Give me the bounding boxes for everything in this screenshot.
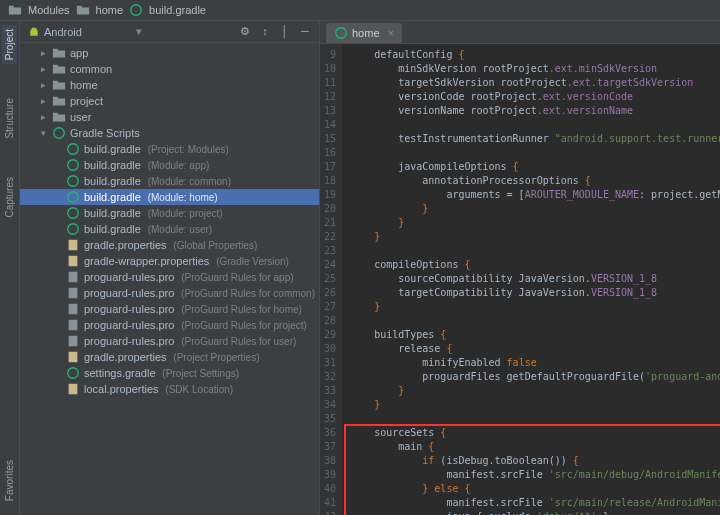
code-line-21[interactable]: } (350, 216, 720, 230)
code-line-17[interactable]: javaCompileOptions { (350, 160, 720, 174)
svg-rect-12 (69, 304, 78, 315)
code-line-38[interactable]: if (isDebug.toBoolean()) { (350, 454, 720, 468)
svg-point-3 (68, 160, 79, 171)
code-line-13[interactable]: versionName rootProject.ext.versionName (350, 104, 720, 118)
code-line-16[interactable] (350, 146, 720, 160)
tree-module-common[interactable]: ▸common (20, 61, 319, 77)
breadcrumb: Modules home build.gradle (0, 0, 720, 21)
project-view-selector[interactable]: Android ▾ (28, 25, 239, 38)
close-icon[interactable]: × (388, 27, 394, 39)
tree-gradle-item-8[interactable]: proguard-rules.pro (ProGuard Rules for a… (20, 269, 319, 285)
bc-home[interactable]: home (96, 4, 124, 16)
prop-icon (66, 254, 80, 268)
file-icon (66, 318, 80, 332)
folder-icon (76, 3, 90, 17)
code-line-39[interactable]: manifest.srcFile 'src/main/debug/Android… (350, 468, 720, 482)
code-line-24[interactable]: compileOptions { (350, 258, 720, 272)
code-line-20[interactable]: } (350, 202, 720, 216)
code-line-37[interactable]: main { (350, 440, 720, 454)
folder-icon (52, 78, 66, 92)
tree-gradle-item-10[interactable]: proguard-rules.pro (ProGuard Rules for h… (20, 301, 319, 317)
code-area[interactable]: defaultConfig { minSdkVersion rootProjec… (342, 44, 720, 515)
folder-icon (52, 94, 66, 108)
tree-gradle-scripts[interactable]: ▾Gradle Scripts (20, 125, 319, 141)
tab-captures[interactable]: Captures (2, 173, 17, 222)
chevron-icon: ▸ (38, 112, 48, 122)
bc-file[interactable]: build.gradle (149, 4, 206, 16)
tab-structure[interactable]: Structure (2, 94, 17, 143)
svg-point-2 (68, 144, 79, 155)
tool-window-tabs: Project Structure Captures Favorites (0, 21, 20, 515)
android-icon (28, 26, 40, 38)
code-line-22[interactable]: } (350, 230, 720, 244)
code-line-25[interactable]: sourceCompatibility JavaVersion.VERSION_… (350, 272, 720, 286)
code-line-14[interactable] (350, 118, 720, 132)
tree-gradle-item-0[interactable]: build.gradle (Project: Modules) (20, 141, 319, 157)
code-line-10[interactable]: minSdkVersion rootProject.ext.minSdkVers… (350, 62, 720, 76)
code-line-23[interactable] (350, 244, 720, 258)
svg-point-0 (131, 5, 142, 16)
bc-modules[interactable]: Modules (28, 4, 70, 16)
tree-gradle-item-15[interactable]: local.properties (SDK Location) (20, 381, 319, 397)
svg-point-1 (54, 128, 65, 139)
svg-point-16 (68, 368, 79, 379)
tree-gradle-item-1[interactable]: build.gradle (Module: app) (20, 157, 319, 173)
code-line-31[interactable]: minifyEnabled false (350, 356, 720, 370)
tab-favorites[interactable]: Favorites (2, 456, 17, 505)
code-line-36[interactable]: sourceSets { (350, 426, 720, 440)
code-line-15[interactable]: testInstrumentationRunner "android.suppo… (350, 132, 720, 146)
chevron-icon: ▸ (38, 80, 48, 90)
tree-gradle-item-9[interactable]: proguard-rules.pro (ProGuard Rules for c… (20, 285, 319, 301)
tree-module-user[interactable]: ▸user (20, 109, 319, 125)
code-line-18[interactable]: annotationProcessorOptions { (350, 174, 720, 188)
code-line-32[interactable]: proguardFiles getDefaultProguardFile('pr… (350, 370, 720, 384)
tree-gradle-item-2[interactable]: build.gradle (Module: common) (20, 173, 319, 189)
code-line-11[interactable]: targetSdkVersion rootProject.ext.targetS… (350, 76, 720, 90)
svg-rect-14 (69, 336, 78, 347)
code-line-9[interactable]: defaultConfig { (350, 48, 720, 62)
gutter: 9101112131415161718192021222324252627282… (320, 44, 342, 515)
tree-gradle-item-14[interactable]: settings.gradle (Project Settings) (20, 365, 319, 381)
tree-gradle-item-7[interactable]: gradle-wrapper.properties (Gradle Versio… (20, 253, 319, 269)
code-line-29[interactable]: buildTypes { (350, 328, 720, 342)
file-icon (66, 270, 80, 284)
tree-gradle-item-3[interactable]: build.gradle (Module: home) (20, 189, 319, 205)
tree-gradle-item-12[interactable]: proguard-rules.pro (ProGuard Rules for u… (20, 333, 319, 349)
code-line-33[interactable]: } (350, 384, 720, 398)
tab-project[interactable]: Project (2, 25, 17, 64)
code-line-30[interactable]: release { (350, 342, 720, 356)
code-line-19[interactable]: arguments = [AROUTER_MODULE_NAME: projec… (350, 188, 720, 202)
code-line-27[interactable]: } (350, 300, 720, 314)
tree-module-app[interactable]: ▸app (20, 45, 319, 61)
tree-module-project[interactable]: ▸project (20, 93, 319, 109)
folder-icon (52, 110, 66, 124)
gradle-icon (52, 126, 66, 140)
code-line-35[interactable] (350, 412, 720, 426)
svg-rect-9 (69, 256, 78, 267)
minimize-icon[interactable]: ─ (299, 25, 311, 38)
collapse-icon[interactable]: ↕ (259, 25, 271, 38)
gear-icon[interactable]: ⚙ (239, 25, 251, 38)
tree-module-home[interactable]: ▸home (20, 77, 319, 93)
svg-point-18 (336, 28, 347, 39)
hide-icon[interactable]: │ (279, 25, 291, 38)
code-line-40[interactable]: } else { (350, 482, 720, 496)
svg-rect-10 (69, 272, 78, 283)
tree-gradle-item-13[interactable]: gradle.properties (Project Properties) (20, 349, 319, 365)
code-line-28[interactable] (350, 314, 720, 328)
code-editor[interactable]: 9101112131415161718192021222324252627282… (320, 44, 720, 515)
code-line-42[interactable]: java { exclude 'debug/**' } (350, 510, 720, 515)
tree-gradle-item-6[interactable]: gradle.properties (Global Properties) (20, 237, 319, 253)
code-line-12[interactable]: versionCode rootProject.ext.versionCode (350, 90, 720, 104)
svg-rect-15 (69, 352, 78, 363)
project-pane: Android ▾ ⚙ ↕ │ ─ ▸app▸common▸home▸proje… (20, 21, 320, 515)
code-line-26[interactable]: targetCompatibility JavaVersion.VERSION_… (350, 286, 720, 300)
tree-gradle-item-5[interactable]: build.gradle (Module: user) (20, 221, 319, 237)
code-line-41[interactable]: manifest.srcFile 'src/main/release/Andro… (350, 496, 720, 510)
tree-gradle-item-4[interactable]: build.gradle (Module: project) (20, 205, 319, 221)
chevron-icon: ▾ (38, 128, 48, 138)
tree-gradle-item-11[interactable]: proguard-rules.pro (ProGuard Rules for p… (20, 317, 319, 333)
tab-home-gradle[interactable]: home × (326, 23, 402, 43)
code-line-34[interactable]: } (350, 398, 720, 412)
project-tree[interactable]: ▸app▸common▸home▸project▸user▾Gradle Scr… (20, 43, 319, 515)
